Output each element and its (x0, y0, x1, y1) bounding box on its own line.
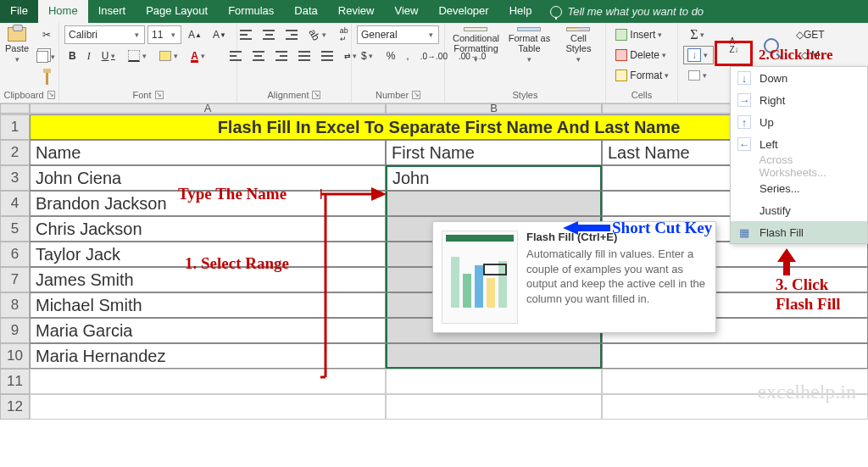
wrap-text-button[interactable]: ab↵ (336, 25, 353, 44)
cell-a11[interactable] (30, 369, 386, 394)
fill-right-item[interactable]: →Right (731, 89, 867, 111)
font-color-button[interactable]: A▾ (186, 47, 211, 65)
col-header-b[interactable]: B (386, 103, 602, 114)
italic-button[interactable]: I (83, 47, 95, 65)
cell-a3[interactable]: John Ciena (30, 165, 386, 191)
comma-format-button[interactable]: , (402, 47, 413, 65)
align-bottom-button[interactable] (281, 25, 302, 44)
cut-button[interactable]: ✂ (38, 25, 55, 44)
tab-pagelayout[interactable]: Page Layout (136, 0, 218, 23)
increase-font-button[interactable]: A▲ (184, 25, 206, 44)
cell-a4[interactable]: Brandon Jackson (30, 191, 386, 216)
tab-view[interactable]: View (384, 0, 428, 23)
orientation-button[interactable]: ab▾ (304, 25, 332, 44)
cell-a12[interactable] (30, 394, 386, 420)
row-header-6[interactable]: 6 (0, 242, 30, 267)
row-header-9[interactable]: 9 (0, 318, 30, 343)
fill-color-button[interactable]: ▾ (155, 47, 184, 65)
borders-button[interactable]: ▾ (124, 47, 153, 65)
row-header-3[interactable]: 3 (0, 165, 30, 191)
bold-button[interactable]: B (64, 47, 81, 65)
tab-file[interactable]: File (0, 0, 38, 23)
cell-b10[interactable] (386, 343, 602, 369)
col-header-a[interactable]: A (30, 103, 386, 114)
row-header-4[interactable]: 4 (0, 191, 30, 216)
conditional-formatting-button[interactable]: Conditional Formatting▾ (450, 25, 502, 64)
get-addin-button[interactable]: ◇ GET (792, 25, 829, 44)
format-cells-button[interactable]: Format▾ (611, 66, 675, 85)
align-left-button[interactable] (225, 47, 246, 65)
underline-button[interactable]: U▾ (97, 47, 122, 65)
cell-a6[interactable]: Taylor Jack (30, 242, 386, 267)
row-header-11[interactable]: 11 (0, 369, 30, 394)
cell-b11[interactable] (386, 369, 602, 394)
tab-home[interactable]: Home (38, 0, 88, 23)
tab-formulas[interactable]: Formulas (218, 0, 284, 23)
fill-across-item: Across Worksheets... (731, 155, 867, 177)
accounting-format-button[interactable]: $▾ (357, 47, 380, 65)
cell-b3[interactable]: John (386, 165, 602, 191)
alignment-launcher[interactable]: ↘ (312, 91, 320, 99)
delete-cells-button[interactable]: Delete▾ (611, 46, 672, 64)
cell-a9[interactable]: Maria Garcia (30, 318, 386, 343)
fill-left-item[interactable]: ←Left (731, 133, 867, 155)
fill-down-item[interactable]: ↓Down (731, 67, 867, 89)
format-as-table-button[interactable]: Format as Table▾ (505, 25, 554, 64)
insert-icon (615, 29, 627, 41)
paste-button[interactable]: Paste▾ (5, 25, 29, 64)
increase-indent-button[interactable] (317, 47, 337, 65)
row-header-8[interactable]: 8 (0, 292, 30, 318)
font-family-select[interactable]: Calibri▾ (64, 25, 145, 44)
align-top-button[interactable] (236, 25, 256, 44)
cell-b4[interactable] (386, 191, 602, 216)
fill-series-item[interactable]: Series... (731, 177, 867, 199)
tab-insert[interactable]: Insert (88, 0, 136, 23)
clipboard-launcher[interactable]: ↘ (47, 91, 55, 99)
tab-developer[interactable]: Developer (428, 0, 498, 23)
insert-cells-button[interactable]: Insert▾ (611, 25, 668, 44)
align-right-button[interactable] (271, 47, 292, 65)
fill-flashfill-item[interactable]: ▦Flash Fill (731, 221, 867, 243)
fill-button[interactable]: ↓▾ (683, 46, 714, 64)
sort-icon: AZ↓ (729, 37, 738, 54)
fill-justify-item[interactable]: Justify (731, 199, 867, 221)
tab-help[interactable]: Help (499, 0, 542, 23)
cell-styles-button[interactable]: Cell Styles▾ (557, 25, 600, 64)
format-painter-button[interactable] (42, 69, 53, 88)
cell-a10[interactable]: Maria Hernandez (30, 343, 386, 369)
decrease-font-button[interactable]: A▼ (209, 25, 231, 44)
tab-data[interactable]: Data (284, 0, 327, 23)
number-format-select[interactable]: General▾ (357, 25, 439, 44)
align-middle-button[interactable] (259, 25, 279, 44)
font-size-select[interactable]: 11▾ (147, 25, 181, 44)
select-all-corner[interactable] (0, 103, 30, 114)
clear-button[interactable]: ▾ (684, 66, 713, 85)
tab-review[interactable]: Review (328, 0, 385, 23)
row-header-1[interactable]: 1 (0, 114, 30, 140)
align-center-button[interactable] (248, 47, 269, 65)
my-addins-button[interactable]: ◇ M (797, 46, 824, 64)
cell-a7[interactable]: James Smith (30, 267, 386, 292)
header-name[interactable]: Name (30, 140, 386, 165)
percent-format-button[interactable]: % (382, 47, 400, 65)
find-select-button[interactable] (754, 25, 788, 64)
row-header-12[interactable]: 12 (0, 394, 30, 420)
cell-b12[interactable] (386, 394, 602, 420)
tell-me-search[interactable]: Tell me what you want to do (542, 0, 712, 23)
sort-filter-button[interactable]: AZ↓ (717, 25, 751, 64)
cell-a5[interactable]: Chris Jackson (30, 216, 386, 242)
row-header-10[interactable]: 10 (0, 343, 30, 369)
cell-c10[interactable] (602, 343, 868, 369)
autosum-button[interactable]: Σ▾ (686, 25, 710, 44)
row-header-7[interactable]: 7 (0, 267, 30, 292)
cell-a8[interactable]: Michael Smith (30, 292, 386, 318)
fill-up-item[interactable]: ↑Up (731, 111, 867, 133)
row-header-2[interactable]: 2 (0, 140, 30, 165)
copy-button[interactable]: ▾ (32, 47, 61, 66)
format-icon (615, 69, 627, 81)
header-first[interactable]: First Name (386, 140, 602, 165)
number-launcher[interactable]: ↘ (412, 91, 420, 99)
decrease-indent-button[interactable] (294, 47, 314, 65)
row-header-5[interactable]: 5 (0, 216, 30, 242)
font-launcher[interactable]: ↘ (155, 91, 164, 99)
